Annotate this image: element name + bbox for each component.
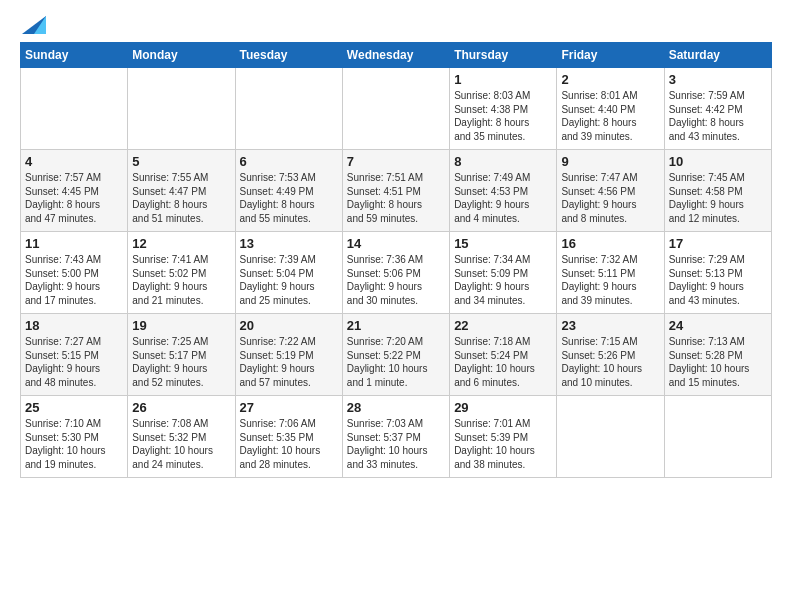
calendar-cell: 1Sunrise: 8:03 AM Sunset: 4:38 PM Daylig… (450, 68, 557, 150)
day-info: Sunrise: 7:51 AM Sunset: 4:51 PM Dayligh… (347, 171, 445, 225)
day-number: 23 (561, 318, 659, 333)
day-number: 7 (347, 154, 445, 169)
day-info: Sunrise: 7:39 AM Sunset: 5:04 PM Dayligh… (240, 253, 338, 307)
day-info: Sunrise: 7:01 AM Sunset: 5:39 PM Dayligh… (454, 417, 552, 471)
day-number: 17 (669, 236, 767, 251)
calendar-table: SundayMondayTuesdayWednesdayThursdayFrid… (20, 42, 772, 478)
day-number: 28 (347, 400, 445, 415)
calendar-cell: 29Sunrise: 7:01 AM Sunset: 5:39 PM Dayli… (450, 396, 557, 478)
day-number: 12 (132, 236, 230, 251)
day-info: Sunrise: 7:13 AM Sunset: 5:28 PM Dayligh… (669, 335, 767, 389)
day-number: 14 (347, 236, 445, 251)
weekday-header-row: SundayMondayTuesdayWednesdayThursdayFrid… (21, 43, 772, 68)
weekday-header: Saturday (664, 43, 771, 68)
day-info: Sunrise: 7:55 AM Sunset: 4:47 PM Dayligh… (132, 171, 230, 225)
calendar-cell: 22Sunrise: 7:18 AM Sunset: 5:24 PM Dayli… (450, 314, 557, 396)
day-info: Sunrise: 7:18 AM Sunset: 5:24 PM Dayligh… (454, 335, 552, 389)
calendar-cell: 23Sunrise: 7:15 AM Sunset: 5:26 PM Dayli… (557, 314, 664, 396)
day-number: 2 (561, 72, 659, 87)
calendar-cell: 5Sunrise: 7:55 AM Sunset: 4:47 PM Daylig… (128, 150, 235, 232)
day-info: Sunrise: 7:03 AM Sunset: 5:37 PM Dayligh… (347, 417, 445, 471)
calendar-cell: 3Sunrise: 7:59 AM Sunset: 4:42 PM Daylig… (664, 68, 771, 150)
day-number: 3 (669, 72, 767, 87)
calendar-cell: 26Sunrise: 7:08 AM Sunset: 5:32 PM Dayli… (128, 396, 235, 478)
calendar-cell: 25Sunrise: 7:10 AM Sunset: 5:30 PM Dayli… (21, 396, 128, 478)
day-info: Sunrise: 7:20 AM Sunset: 5:22 PM Dayligh… (347, 335, 445, 389)
day-info: Sunrise: 7:59 AM Sunset: 4:42 PM Dayligh… (669, 89, 767, 143)
day-number: 29 (454, 400, 552, 415)
weekday-header: Monday (128, 43, 235, 68)
weekday-header: Wednesday (342, 43, 449, 68)
calendar-cell: 11Sunrise: 7:43 AM Sunset: 5:00 PM Dayli… (21, 232, 128, 314)
day-info: Sunrise: 7:10 AM Sunset: 5:30 PM Dayligh… (25, 417, 123, 471)
day-number: 11 (25, 236, 123, 251)
day-number: 5 (132, 154, 230, 169)
day-number: 19 (132, 318, 230, 333)
day-info: Sunrise: 8:01 AM Sunset: 4:40 PM Dayligh… (561, 89, 659, 143)
calendar-cell: 27Sunrise: 7:06 AM Sunset: 5:35 PM Dayli… (235, 396, 342, 478)
calendar-cell: 28Sunrise: 7:03 AM Sunset: 5:37 PM Dayli… (342, 396, 449, 478)
calendar-cell: 7Sunrise: 7:51 AM Sunset: 4:51 PM Daylig… (342, 150, 449, 232)
logo-icon (22, 16, 46, 34)
calendar-week-row: 25Sunrise: 7:10 AM Sunset: 5:30 PM Dayli… (21, 396, 772, 478)
day-number: 18 (25, 318, 123, 333)
calendar-cell: 13Sunrise: 7:39 AM Sunset: 5:04 PM Dayli… (235, 232, 342, 314)
day-number: 22 (454, 318, 552, 333)
day-number: 24 (669, 318, 767, 333)
day-info: Sunrise: 7:57 AM Sunset: 4:45 PM Dayligh… (25, 171, 123, 225)
day-number: 1 (454, 72, 552, 87)
day-number: 10 (669, 154, 767, 169)
day-info: Sunrise: 7:29 AM Sunset: 5:13 PM Dayligh… (669, 253, 767, 307)
calendar-week-row: 4Sunrise: 7:57 AM Sunset: 4:45 PM Daylig… (21, 150, 772, 232)
day-info: Sunrise: 7:22 AM Sunset: 5:19 PM Dayligh… (240, 335, 338, 389)
day-info: Sunrise: 7:34 AM Sunset: 5:09 PM Dayligh… (454, 253, 552, 307)
calendar-cell: 24Sunrise: 7:13 AM Sunset: 5:28 PM Dayli… (664, 314, 771, 396)
calendar-cell: 4Sunrise: 7:57 AM Sunset: 4:45 PM Daylig… (21, 150, 128, 232)
calendar-cell (664, 396, 771, 478)
weekday-header: Tuesday (235, 43, 342, 68)
day-info: Sunrise: 7:06 AM Sunset: 5:35 PM Dayligh… (240, 417, 338, 471)
day-number: 6 (240, 154, 338, 169)
calendar-cell: 18Sunrise: 7:27 AM Sunset: 5:15 PM Dayli… (21, 314, 128, 396)
day-number: 15 (454, 236, 552, 251)
weekday-header: Thursday (450, 43, 557, 68)
day-number: 27 (240, 400, 338, 415)
calendar-week-row: 18Sunrise: 7:27 AM Sunset: 5:15 PM Dayli… (21, 314, 772, 396)
calendar-cell: 8Sunrise: 7:49 AM Sunset: 4:53 PM Daylig… (450, 150, 557, 232)
day-number: 8 (454, 154, 552, 169)
day-number: 25 (25, 400, 123, 415)
day-number: 4 (25, 154, 123, 169)
calendar-cell (235, 68, 342, 150)
calendar-cell: 14Sunrise: 7:36 AM Sunset: 5:06 PM Dayli… (342, 232, 449, 314)
calendar-cell: 12Sunrise: 7:41 AM Sunset: 5:02 PM Dayli… (128, 232, 235, 314)
day-info: Sunrise: 7:25 AM Sunset: 5:17 PM Dayligh… (132, 335, 230, 389)
calendar-cell: 19Sunrise: 7:25 AM Sunset: 5:17 PM Dayli… (128, 314, 235, 396)
calendar-cell: 2Sunrise: 8:01 AM Sunset: 4:40 PM Daylig… (557, 68, 664, 150)
calendar-cell (557, 396, 664, 478)
calendar-week-row: 11Sunrise: 7:43 AM Sunset: 5:00 PM Dayli… (21, 232, 772, 314)
day-info: Sunrise: 7:43 AM Sunset: 5:00 PM Dayligh… (25, 253, 123, 307)
weekday-header: Sunday (21, 43, 128, 68)
calendar-week-row: 1Sunrise: 8:03 AM Sunset: 4:38 PM Daylig… (21, 68, 772, 150)
day-info: Sunrise: 8:03 AM Sunset: 4:38 PM Dayligh… (454, 89, 552, 143)
day-info: Sunrise: 7:27 AM Sunset: 5:15 PM Dayligh… (25, 335, 123, 389)
calendar-cell (342, 68, 449, 150)
day-info: Sunrise: 7:53 AM Sunset: 4:49 PM Dayligh… (240, 171, 338, 225)
weekday-header: Friday (557, 43, 664, 68)
page: SundayMondayTuesdayWednesdayThursdayFrid… (0, 0, 792, 488)
calendar-cell: 17Sunrise: 7:29 AM Sunset: 5:13 PM Dayli… (664, 232, 771, 314)
day-number: 16 (561, 236, 659, 251)
day-info: Sunrise: 7:32 AM Sunset: 5:11 PM Dayligh… (561, 253, 659, 307)
calendar-cell (128, 68, 235, 150)
calendar-cell: 15Sunrise: 7:34 AM Sunset: 5:09 PM Dayli… (450, 232, 557, 314)
calendar-cell: 20Sunrise: 7:22 AM Sunset: 5:19 PM Dayli… (235, 314, 342, 396)
calendar-cell: 9Sunrise: 7:47 AM Sunset: 4:56 PM Daylig… (557, 150, 664, 232)
day-info: Sunrise: 7:15 AM Sunset: 5:26 PM Dayligh… (561, 335, 659, 389)
day-number: 21 (347, 318, 445, 333)
day-info: Sunrise: 7:49 AM Sunset: 4:53 PM Dayligh… (454, 171, 552, 225)
day-number: 26 (132, 400, 230, 415)
calendar-cell: 6Sunrise: 7:53 AM Sunset: 4:49 PM Daylig… (235, 150, 342, 232)
day-number: 13 (240, 236, 338, 251)
day-info: Sunrise: 7:41 AM Sunset: 5:02 PM Dayligh… (132, 253, 230, 307)
day-info: Sunrise: 7:36 AM Sunset: 5:06 PM Dayligh… (347, 253, 445, 307)
